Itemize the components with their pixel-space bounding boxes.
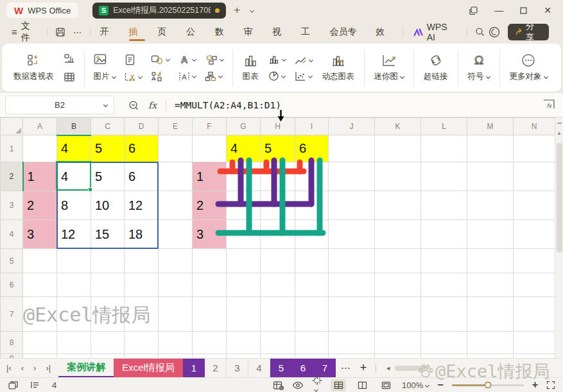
sheet-tab-excel-intel[interactable]: Excel情报局 (114, 359, 183, 378)
col-header-G[interactable]: G (227, 118, 261, 135)
cell-I8[interactable] (295, 332, 329, 354)
sheet-tab-4[interactable]: 4 (248, 359, 270, 378)
cell-M4[interactable] (467, 220, 514, 249)
chart-button[interactable]: 图表 (238, 53, 264, 82)
page-break-view-button[interactable] (378, 379, 394, 391)
cell-B8[interactable] (57, 332, 91, 354)
cell-F1[interactable] (193, 135, 227, 162)
cell-A3[interactable]: 2 (23, 191, 57, 220)
cell-M8[interactable] (467, 332, 514, 354)
cell-N5[interactable] (514, 249, 555, 273)
col-header-I[interactable]: I (295, 118, 329, 135)
new-tab-button[interactable]: + (234, 4, 240, 17)
cell-H8[interactable] (261, 332, 295, 354)
cell-I1[interactable]: 6 (295, 135, 329, 162)
cell-D4[interactable]: 18 (125, 220, 159, 249)
cell-N4[interactable] (514, 220, 555, 249)
cell-C4[interactable]: 15 (91, 220, 125, 249)
cell-B4[interactable]: 12 (57, 220, 91, 249)
cell-G1[interactable]: 4 (227, 135, 261, 162)
minimize-button[interactable]: — (494, 5, 503, 15)
cell-J5[interactable] (329, 249, 375, 273)
sparkline-button[interactable]: 迷你图 (369, 53, 410, 82)
maximize-button[interactable] (520, 7, 527, 14)
cell-H4[interactable] (261, 220, 295, 249)
sheet-tab-3[interactable]: 3 (227, 359, 248, 378)
cell-K8[interactable] (375, 332, 421, 354)
cell-C3[interactable]: 10 (91, 191, 125, 220)
sheet-tab-7[interactable]: 7 (314, 359, 336, 378)
row-header-7[interactable]: 7 (1, 297, 23, 332)
screenshot-button[interactable] (125, 72, 142, 81)
scroll-left-arrow[interactable]: ◄ (381, 365, 395, 371)
sheet-tab-1[interactable]: 1 (183, 359, 205, 378)
cell-M3[interactable] (467, 191, 514, 220)
cell-L3[interactable] (421, 191, 467, 220)
cell-F4[interactable]: 3 (193, 220, 227, 249)
cell-A8[interactable] (23, 332, 57, 354)
cell-A4[interactable]: 3 (23, 220, 57, 249)
cell-L4[interactable] (421, 220, 467, 249)
col-header-A[interactable]: A (23, 118, 57, 135)
col-header-D[interactable]: D (125, 118, 159, 135)
more-commands-button[interactable]: ⋯ (69, 27, 86, 37)
cell-F8[interactable] (193, 332, 227, 354)
cell-E4[interactable] (159, 220, 193, 249)
table-button[interactable] (64, 71, 75, 83)
cell-N3[interactable] (514, 191, 555, 220)
cell-I5[interactable] (295, 249, 329, 273)
cell-K5[interactable] (375, 249, 421, 273)
column-chart-button[interactable] (268, 55, 286, 64)
cell-C6[interactable] (91, 273, 125, 297)
more-sheets-button[interactable]: ⋯ (336, 362, 356, 374)
flowchart-button[interactable] (205, 71, 223, 81)
tab-list-chevron[interactable] (248, 4, 254, 16)
dynamic-chart-button[interactable]: 动态图表 (317, 53, 359, 82)
cell-C2[interactable]: 5 (91, 162, 125, 191)
cell-N6[interactable] (514, 273, 555, 297)
col-header-J[interactable]: J (329, 118, 375, 135)
cell-E5[interactable] (159, 249, 193, 273)
cell-L7[interactable] (421, 297, 467, 332)
prev-sheet-button[interactable]: ‹ (21, 363, 24, 373)
cell-F2[interactable]: 1 (193, 162, 227, 191)
cell-K7[interactable] (375, 297, 421, 332)
cell-I4[interactable] (295, 220, 329, 249)
col-header-C[interactable]: C (91, 118, 125, 135)
wps-office-home-button[interactable]: W WPS Office (6, 3, 78, 18)
next-sheet-button[interactable]: › (33, 363, 36, 373)
cell-J8[interactable] (329, 332, 375, 354)
cell-G6[interactable] (227, 273, 261, 297)
col-header-K[interactable]: K (375, 118, 421, 135)
cell-E8[interactable] (159, 332, 193, 354)
col-header-E[interactable]: E (159, 118, 193, 135)
cell-M7[interactable] (467, 297, 514, 332)
symbol-button[interactable]: Ω 符号 (463, 53, 495, 82)
cell-E3[interactable] (159, 191, 193, 220)
cell-H2[interactable] (261, 162, 295, 191)
cell-B3[interactable]: 8 (57, 191, 91, 220)
cell-L2[interactable] (421, 162, 467, 191)
cell-D3[interactable]: 12 (125, 191, 159, 220)
row-header-1[interactable]: 1 (1, 135, 23, 162)
share-button[interactable]: 分享 (508, 24, 549, 40)
cell-H6[interactable] (261, 273, 295, 297)
cell-M2[interactable] (467, 162, 514, 191)
icon-library-button[interactable] (151, 71, 169, 81)
last-sheet-button[interactable]: ›| (46, 363, 51, 373)
cell-A2[interactable]: 1 (23, 162, 57, 191)
menu-tab-data[interactable]: 数据 (209, 21, 238, 43)
cell-M6[interactable] (467, 273, 514, 297)
cell-G5[interactable] (227, 249, 261, 273)
cell-J6[interactable] (329, 273, 375, 297)
cell-A1[interactable] (23, 135, 57, 162)
menu-tab-tools[interactable]: 工具 (295, 21, 324, 43)
cell-H7[interactable] (261, 297, 295, 332)
cell-K3[interactable] (375, 191, 421, 220)
insert-function-button[interactable]: fx (148, 100, 157, 110)
cell-K2[interactable] (375, 162, 421, 191)
sheet-tab-5[interactable]: 5 (270, 359, 292, 378)
menu-tab-member[interactable]: 会员专享 (324, 21, 369, 43)
cell-C8[interactable] (91, 332, 125, 354)
document-tab[interactable]: S Excel情报局.20250225170800013 (92, 3, 226, 19)
